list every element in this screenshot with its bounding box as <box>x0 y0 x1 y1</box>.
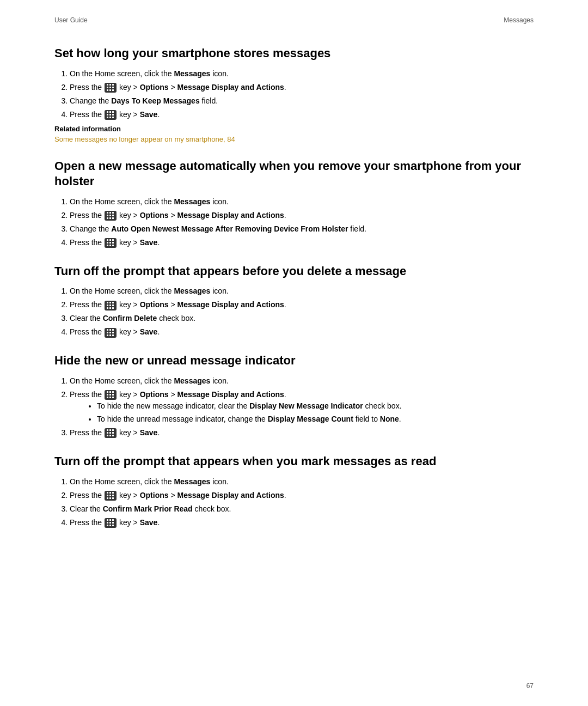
step-item: Press the key > Options > Message Displa… <box>70 82 534 93</box>
section-mark-read-prompt: Turn off the prompt that appears when yo… <box>54 454 534 528</box>
steps-list-store-messages: On the Home screen, click the Messages i… <box>70 68 534 120</box>
bb-key-icon <box>105 301 117 311</box>
bb-key-icon <box>105 83 117 93</box>
steps-list-mark-read: On the Home screen, click the Messages i… <box>70 476 534 528</box>
step-item: Press the key > Options > Message Displa… <box>70 210 534 221</box>
section-title-store-messages: Set how long your smartphone stores mess… <box>54 46 534 62</box>
bb-key-icon <box>105 328 117 338</box>
header-right: Messages <box>504 16 534 24</box>
step-item: Press the key > Options > Message Displa… <box>70 490 534 501</box>
header-left: User Guide <box>54 16 88 24</box>
bullet-list: To hide the new message indicator, clear… <box>97 400 534 425</box>
step-item: Press the key > Options > Message Displa… <box>70 389 534 425</box>
step-item: On the Home screen, click the Messages i… <box>70 476 534 488</box>
bb-key-icon <box>105 518 117 528</box>
step-item: On the Home screen, click the Messages i… <box>70 196 534 208</box>
bb-key-icon <box>105 211 117 221</box>
step-item: Clear the Confirm Delete check box. <box>70 313 534 324</box>
step-item: Press the key > Save. <box>70 517 534 528</box>
page-container: User Guide Messages Set how long your sm… <box>0 0 588 706</box>
step-item: Press the key > Save. <box>70 326 534 338</box>
bb-key-icon <box>105 110 117 120</box>
related-link[interactable]: Some messages no longer appear on my sma… <box>54 135 235 143</box>
step-item: Press the key > Save. <box>70 427 534 439</box>
step-item: Change the Days To Keep Messages field. <box>70 95 534 107</box>
step-item: Change the Auto Open Newest Message Afte… <box>70 223 534 235</box>
steps-list-hide-indicator: On the Home screen, click the Messages i… <box>70 375 534 439</box>
section-turn-off-delete-prompt: Turn off the prompt that appears before … <box>54 264 534 338</box>
section-title-hide-indicator: Hide the new or unread message indicator <box>54 353 534 369</box>
step-item: Clear the Confirm Mark Prior Read check … <box>70 503 534 515</box>
steps-list-delete-prompt: On the Home screen, click the Messages i… <box>70 285 534 338</box>
step-item: Press the key > Save. <box>70 109 534 120</box>
section-store-messages: Set how long your smartphone stores mess… <box>54 46 534 143</box>
bullet-item: To hide the new message indicator, clear… <box>97 400 534 412</box>
section-title-delete-prompt: Turn off the prompt that appears before … <box>54 264 534 279</box>
page-footer: 67 <box>526 682 534 690</box>
step-item: Press the key > Options > Message Displa… <box>70 299 534 311</box>
bullet-item: To hide the unread message indicator, ch… <box>97 413 534 425</box>
bb-key-icon <box>105 238 117 248</box>
bb-key-icon <box>105 390 117 400</box>
page-header: User Guide Messages <box>54 16 534 24</box>
step-item: On the Home screen, click the Messages i… <box>70 285 534 297</box>
step-item: On the Home screen, click the Messages i… <box>70 375 534 387</box>
section-hide-indicator: Hide the new or unread message indicator… <box>54 353 534 439</box>
related-info-label: Related information <box>54 125 534 133</box>
bb-key-icon <box>105 491 117 501</box>
section-auto-open: Open a new message automatically when yo… <box>54 159 534 248</box>
page-number: 67 <box>526 682 534 690</box>
steps-list-auto-open: On the Home screen, click the Messages i… <box>70 196 534 248</box>
section-title-auto-open: Open a new message automatically when yo… <box>54 159 534 190</box>
section-title-mark-read: Turn off the prompt that appears when yo… <box>54 454 534 470</box>
step-item: Press the key > Save. <box>70 237 534 248</box>
bb-key-icon <box>105 428 117 438</box>
step-item: On the Home screen, click the Messages i… <box>70 68 534 80</box>
